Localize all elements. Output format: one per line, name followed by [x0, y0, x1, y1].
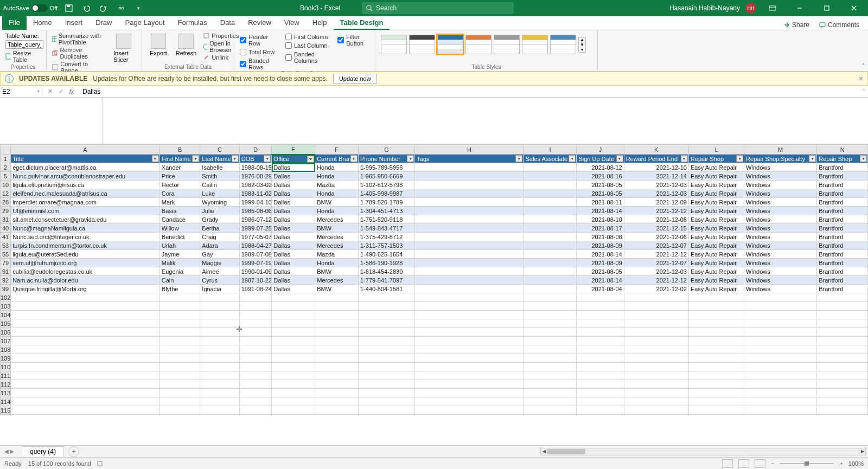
table-cell[interactable]: Mercedes	[315, 241, 359, 250]
header-row-checkbox[interactable]: Header Row	[240, 34, 276, 47]
empty-cell[interactable]	[200, 406, 239, 415]
cancel-formula-icon[interactable]: ✕	[46, 88, 54, 95]
table-cell[interactable]: Brantford	[817, 198, 868, 207]
table-cell[interactable]: 1-405-998-9987	[358, 189, 414, 198]
empty-cell[interactable]	[415, 380, 524, 389]
table-cell[interactable]	[415, 172, 524, 181]
row-header-41[interactable]: 41	[1, 233, 11, 241]
column-header-G[interactable]: G	[358, 145, 414, 155]
table-cell[interactable]: Basia	[159, 207, 200, 215]
table-cell[interactable]	[524, 181, 577, 189]
table-cell[interactable]: 2021-12-08	[624, 215, 688, 224]
table-cell[interactable]: Windows	[744, 198, 817, 207]
fx-icon[interactable]: fx	[67, 88, 76, 95]
touch-mode-icon[interactable]	[115, 2, 127, 14]
table-cell[interactable]: Smith	[200, 172, 239, 181]
empty-cell[interactable]	[11, 302, 160, 311]
empty-cell[interactable]	[11, 354, 160, 363]
table-cell[interactable]: 1-789-520-1789	[358, 198, 414, 207]
row-header-55[interactable]: 55	[1, 250, 11, 259]
table-cell[interactable]	[415, 276, 524, 285]
table-cell[interactable]: 1982-03-02	[239, 181, 272, 189]
table-cell[interactable]	[524, 276, 577, 285]
table-cell[interactable]: eleifend.nec.malesuada@atrisus.ca	[11, 189, 160, 198]
table-cell[interactable]: Honda	[315, 207, 359, 215]
empty-cell[interactable]	[688, 302, 744, 311]
empty-cell[interactable]	[239, 406, 272, 415]
column-header-K[interactable]: K	[624, 145, 688, 155]
empty-cell[interactable]	[159, 363, 200, 371]
empty-cell[interactable]	[624, 415, 688, 416]
empty-cell[interactable]	[817, 328, 868, 337]
table-style-4[interactable]	[465, 35, 492, 54]
table-cell[interactable]: Windows	[744, 267, 817, 276]
row-header-91[interactable]: 91	[1, 267, 11, 276]
table-cell[interactable]: Nunc.pulvinar.arcu@conubianostraper.edu	[11, 172, 160, 181]
table-header-cell[interactable]: Sales Associate▾	[524, 155, 577, 163]
sheet-nav-next-icon[interactable]: ▶	[10, 448, 14, 454]
table-cell[interactable]: 2021-12-07	[624, 241, 688, 250]
empty-cell[interactable]	[624, 354, 688, 363]
table-cell[interactable]: 2021-12-10	[624, 163, 688, 172]
empty-cell[interactable]	[688, 319, 744, 328]
select-all-corner[interactable]	[1, 145, 11, 155]
empty-cell[interactable]	[315, 311, 359, 319]
empty-cell[interactable]	[200, 380, 239, 389]
empty-cell[interactable]	[524, 406, 577, 415]
maximize-icon[interactable]	[816, 0, 838, 16]
empty-cell[interactable]	[577, 328, 624, 337]
table-cell[interactable]: Easy Auto Repair	[688, 181, 744, 189]
table-cell[interactable]: Nunc.sed.orci@Integer.co.uk	[11, 233, 160, 241]
empty-cell[interactable]	[624, 328, 688, 337]
row-header-31[interactable]: 31	[1, 215, 11, 224]
table-cell[interactable]: Easy Auto Repair	[688, 224, 744, 233]
table-cell[interactable]: BMW	[315, 267, 359, 276]
empty-cell[interactable]	[415, 406, 524, 415]
table-header-cell[interactable]: Repair Shop▾	[688, 155, 744, 163]
row-header-110[interactable]: 110	[1, 363, 11, 371]
empty-cell[interactable]	[415, 328, 524, 337]
table-cell[interactable]: cubilia@eudoloregestas.co.uk	[11, 267, 160, 276]
column-header-H[interactable]: H	[415, 145, 524, 155]
empty-cell[interactable]	[315, 345, 359, 354]
empty-cell[interactable]	[624, 311, 688, 319]
empty-cell[interactable]	[524, 328, 577, 337]
table-cell[interactable]: 2021-12-03	[624, 189, 688, 198]
table-cell[interactable]: 1-311-757-1503	[358, 241, 414, 250]
row-header-108[interactable]: 108	[1, 345, 11, 354]
empty-cell[interactable]	[358, 389, 414, 397]
table-cell[interactable]: 1-779-541-7097	[358, 276, 414, 285]
table-cell[interactable]: Mercedes	[315, 215, 359, 224]
page-layout-view-button[interactable]	[738, 459, 749, 468]
table-cell[interactable]: Wyoming	[200, 198, 239, 207]
empty-cell[interactable]	[688, 363, 744, 371]
empty-cell[interactable]	[688, 293, 744, 302]
table-cell[interactable]	[524, 189, 577, 198]
table-cell[interactable]: Easy Auto Repair	[688, 163, 744, 172]
table-style-2[interactable]	[409, 35, 435, 54]
table-cell[interactable]: sem.ut@rutrumjusto.org	[11, 259, 160, 267]
table-cell[interactable]: Windows	[744, 207, 817, 215]
empty-cell[interactable]	[239, 371, 272, 380]
table-header-cell[interactable]: Tags▾	[415, 155, 524, 163]
empty-cell[interactable]	[200, 311, 239, 319]
table-cell[interactable]: 1988-08-15	[239, 163, 272, 172]
empty-cell[interactable]	[524, 380, 577, 389]
empty-cell[interactable]	[159, 311, 200, 319]
empty-cell[interactable]	[315, 397, 359, 406]
empty-cell[interactable]	[200, 397, 239, 406]
empty-cell[interactable]	[239, 293, 272, 302]
table-cell[interactable]: 2021-08-14	[577, 250, 624, 259]
empty-cell[interactable]	[315, 406, 359, 415]
empty-cell[interactable]	[315, 371, 359, 380]
empty-cell[interactable]	[11, 319, 160, 328]
row-header-79[interactable]: 79	[1, 259, 11, 267]
table-cell[interactable]: Mercedes	[315, 233, 359, 241]
table-cell[interactable]	[524, 259, 577, 267]
table-cell[interactable]: Brantford	[817, 172, 868, 181]
empty-cell[interactable]	[577, 389, 624, 397]
empty-cell[interactable]	[624, 380, 688, 389]
table-cell[interactable]: 1987-10-22	[239, 276, 272, 285]
table-cell[interactable]: Grady	[200, 215, 239, 224]
empty-cell[interactable]	[624, 389, 688, 397]
